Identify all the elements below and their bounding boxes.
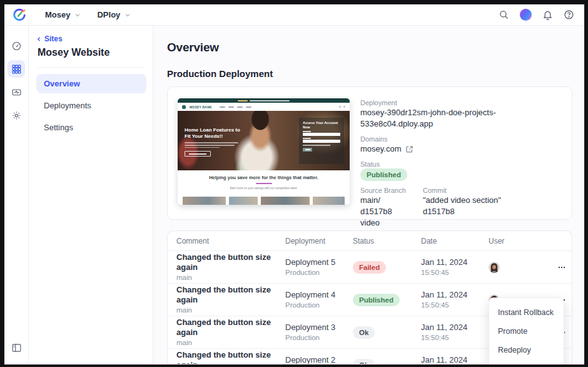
preview-account-panel: Access Your Account Now [299,118,344,164]
date-text: Jan 11, 2024 [421,323,489,333]
date-cell: Jan 11, 2024 15:50:45 [421,355,489,364]
sites-grid-icon[interactable] [8,60,25,78]
row-actions-menu-button[interactable] [555,261,569,274]
product-switcher[interactable]: DPloy [97,10,131,19]
table-row: Changed the button size again main Deplo… [168,251,572,283]
site-sidebar: Sites Mosey Website Overview Deployments… [29,26,153,364]
date-text: Jan 11, 2024 [421,355,489,364]
comment-cell: Changed the button size again main [176,350,285,364]
domains-field: Domains mosey.com [360,135,562,155]
icon-rail [4,26,29,364]
menu-item-instant-rollback[interactable]: Instant Rollback [489,303,564,322]
source-branch-label: Source Branch [360,186,423,195]
deployment-details: Deployment mosey-390dr12sm-john-doe-proj… [360,98,562,208]
time-text: 15:50:45 [421,301,489,310]
preview-header: MOSEY BANK [178,103,350,111]
time-text: 15:50:45 [421,333,489,343]
chevron-down-icon [124,12,131,18]
deployment-label: Deployment [360,98,562,107]
production-deployment-card: MOSEY BANK Home Loan Features to Fit You… [167,86,572,220]
preview-login-button [303,148,312,152]
preview-strip: Helping you save more for the things tha… [178,170,350,197]
status-badge: Failed [353,261,386,274]
org-switcher[interactable]: Mosey [45,10,81,19]
preview-panel-title: Access Your Account Now [303,121,340,129]
context-menu: Instant RollbackPromoteRedeployDeploy Su… [489,297,564,364]
preview-brand-name: MOSEY BANK [190,105,212,109]
status-field: Status Published [360,160,562,181]
back-label: Sites [44,34,63,43]
table-header-row: CommentDeploymentStatusDateUser [168,231,572,251]
back-to-sites-link[interactable]: Sites [36,34,146,43]
date-text: Jan 11, 2024 [421,290,489,300]
chevron-left-icon [36,36,42,42]
status-badge: Published [360,168,407,181]
deployment-name: Deployment 3 [285,323,353,333]
status-badge: Ok [353,326,375,339]
ellipsis-icon [557,263,566,272]
deployment-field: Deployment mosey-390dr12sm-john-doe-proj… [360,98,562,130]
preview-strip-underline [256,183,272,184]
menu-item-promote[interactable]: Promote [489,322,564,341]
source-branch-line: main/ [360,195,423,206]
menu-item-redeploy[interactable]: Redeploy [489,341,564,359]
comment-cell: Changed the button size again main [176,252,285,282]
domains-label: Domains [360,135,562,143]
preview-hero-copy: Home Loan Features to Fit Your Needs!! [185,127,244,157]
preview-hero: Home Loan Features to Fit Your Needs!! A… [178,111,350,170]
chevron-down-icon [74,12,81,18]
preview-header-icons [339,106,345,108]
deployment-environment: Production [285,268,353,277]
source-branch-line: video [360,217,423,229]
sidebar-item-settings[interactable]: Settings [36,118,146,137]
preview-thumbnails [178,197,350,205]
date-cell: Jan 11, 2024 15:50:45 [421,257,489,277]
column-header-status: Status [353,237,421,246]
status-cell: Published [353,294,421,306]
sidebar-item-deployments[interactable]: Deployments [36,96,146,115]
notifications-bell-icon[interactable] [542,9,553,20]
search-icon[interactable] [499,9,509,20]
topbar-actions [499,9,574,21]
site-title: Mosey Website [38,47,146,58]
user-cell [489,262,555,273]
collapse-sidebar-icon[interactable] [8,339,25,356]
comment-branch: main [176,306,285,315]
settings-gear-icon[interactable] [8,106,25,124]
status-cell: Failed [353,261,421,274]
comment-branch: main [176,338,285,348]
commit-label: Commit [423,186,501,195]
help-icon[interactable] [564,9,574,20]
dploy-logo-icon [13,8,26,22]
window-frame: Mosey DPloy [0,0,588,367]
page-title: Overview [167,41,572,54]
site-preview-thumbnail[interactable]: MOSEY BANK Home Loan Features to Fit You… [178,98,350,205]
sidebar-item-overview[interactable]: Overview [36,74,146,93]
monitoring-activity-icon[interactable] [8,83,25,101]
deployment-cell: Deployment 4 Production [285,290,353,310]
status-cell: Ok [353,326,421,339]
comment-cell: Changed the button size again main [176,318,285,348]
sidebar-divider [38,67,145,68]
user-avatar[interactable] [520,9,532,21]
menu-item-deploy-summary[interactable]: Deploy Summary [489,359,564,364]
commit-hash: d1517b8 [423,206,501,217]
status-badge: Ok [353,359,375,364]
column-header-deployment: Deployment [285,237,353,246]
app-root: Mosey DPloy [4,4,584,364]
dashboard-gauge-icon[interactable] [8,37,25,54]
deployment-name: Deployment 5 [285,257,353,267]
user-portrait-avatar [489,262,500,273]
date-text: Jan 11, 2024 [421,257,489,267]
column-header-user: User [489,237,555,246]
domain-value[interactable]: mosey.com [360,143,402,155]
status-label: Status [360,160,562,168]
deployment-name: Deployment 2 [285,355,353,364]
preview-banner [178,98,350,103]
date-cell: Jan 11, 2024 15:50:45 [421,323,489,343]
comment-text: Changed the button size again [176,318,285,338]
org-name: Mosey [45,10,70,19]
section-title: Production Deployment [167,68,572,79]
external-link-icon[interactable] [405,145,413,153]
comment-text: Changed the button size again [176,350,285,364]
